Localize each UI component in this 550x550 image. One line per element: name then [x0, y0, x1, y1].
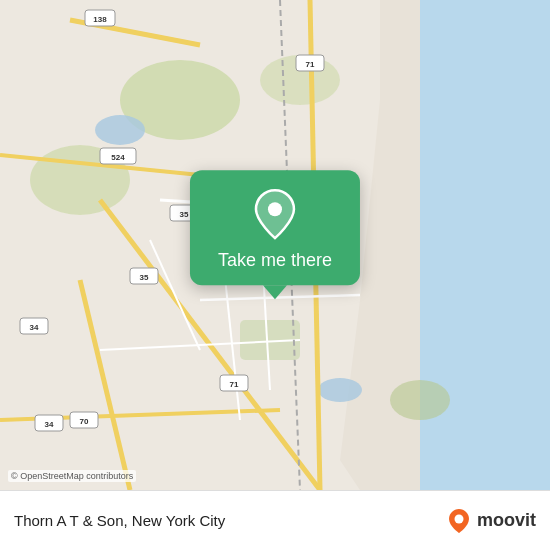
- take-me-there-button[interactable]: Take me there: [218, 250, 332, 271]
- svg-text:524: 524: [111, 153, 125, 162]
- svg-text:71: 71: [306, 60, 315, 69]
- moovit-icon: [445, 507, 473, 535]
- svg-text:34: 34: [45, 420, 54, 429]
- svg-text:70: 70: [80, 417, 89, 426]
- svg-point-43: [268, 202, 282, 216]
- svg-point-44: [454, 514, 463, 523]
- popup-card[interactable]: Take me there: [190, 170, 360, 285]
- location-title: Thorn A T & Son, New York City: [14, 512, 445, 529]
- pin-icon: [254, 188, 296, 240]
- bottom-bar: Thorn A T & Son, New York City moovit: [0, 490, 550, 550]
- osm-attribution: © OpenStreetMap contributors: [8, 470, 136, 482]
- svg-point-8: [95, 115, 145, 145]
- svg-text:34: 34: [30, 323, 39, 332]
- moovit-text: moovit: [477, 510, 536, 531]
- svg-text:35: 35: [140, 273, 149, 282]
- location-icon: [249, 188, 301, 240]
- map-area: 138 71 71 71 524 35 35 34 34 70 © OpenSt…: [0, 0, 550, 490]
- moovit-logo: moovit: [445, 507, 536, 535]
- svg-text:71: 71: [230, 380, 239, 389]
- svg-point-6: [390, 380, 450, 420]
- location-popup[interactable]: Take me there: [190, 170, 360, 299]
- popup-arrow: [263, 285, 287, 299]
- svg-text:138: 138: [93, 15, 107, 24]
- svg-point-9: [318, 378, 362, 402]
- svg-text:35: 35: [180, 210, 189, 219]
